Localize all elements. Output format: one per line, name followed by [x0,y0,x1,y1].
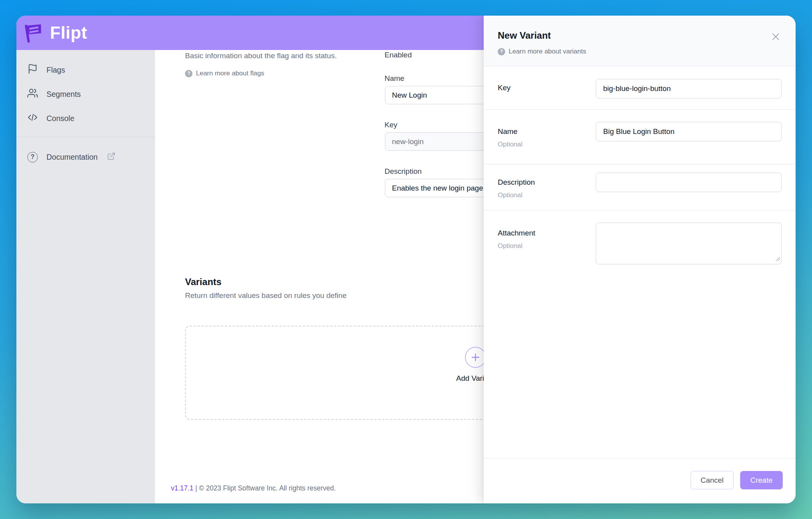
drawer-header: New Variant ? Learn more about variants [484,16,796,66]
variant-attachment-optional: Optional [498,242,522,250]
plus-circle-icon [465,347,486,368]
close-icon[interactable] [769,30,782,43]
variant-description-input[interactable] [596,173,782,192]
brand-name: Flipt [50,20,87,45]
variant-key-input[interactable] [596,79,782,98]
app-footer: v1.17.1 | © 2023 Flipt Software Inc. All… [171,484,336,492]
row-divider [484,164,796,164]
sidebar-item-label: Console [46,114,75,123]
variant-attachment-label: Attachment [498,229,535,237]
row-divider [484,210,796,210]
variant-key-label: Key [498,84,511,92]
flag-description-label: Description [385,167,422,176]
version-text[interactable]: v1.17.1 [171,484,193,492]
sidebar-item-label: Documentation [46,153,98,162]
help-icon: ? [185,70,192,77]
sidebar-item-flags[interactable]: Flags [16,58,155,82]
variant-attachment-field [596,223,782,264]
copyright-text: | © 2023 Flipt Software Inc. All rights … [193,484,336,492]
variant-name-label: Name [498,127,518,136]
variant-name-optional: Optional [498,141,522,148]
flipt-logo[interactable]: Flipt [23,20,87,45]
variant-attachment-textarea[interactable] [596,223,782,264]
external-link-icon [107,152,116,162]
question-circle-icon: ? [27,152,38,162]
app-window: Flipt Flags Segments [16,16,796,503]
sidebar-item-documentation[interactable]: ? Documentation [16,145,155,169]
row-divider [484,109,796,110]
flag-icon [27,64,38,76]
sidebar: Flags Segments Console ? Documentation [16,50,155,503]
sidebar-item-segments[interactable]: Segments [16,82,155,106]
sidebar-divider [16,137,155,137]
learn-more-flags-link[interactable]: ? Learn more about flags [185,70,264,77]
cancel-button[interactable]: Cancel [691,471,734,489]
variant-description-label: Description [498,178,535,187]
variant-name-input[interactable] [596,122,782,141]
learn-more-variants-label: Learn more about variants [509,48,586,55]
sidebar-item-label: Flags [46,66,65,75]
enabled-label: Enabled [385,51,412,59]
create-button[interactable]: Create [740,471,783,489]
flag-name-label: Name [385,74,404,83]
variants-subtitle: Return different values based on rules y… [185,291,347,300]
resize-grip-icon[interactable] [775,256,780,263]
flipt-flag-icon [23,21,46,45]
variants-title: Variants [185,276,221,287]
help-icon: ? [498,48,505,55]
flag-key-label: Key [385,121,397,129]
sidebar-item-console[interactable]: Console [16,106,155,130]
variant-description-optional: Optional [498,191,522,199]
learn-more-variants-link[interactable]: ? Learn more about variants [498,48,586,55]
footer-divider [484,458,796,458]
code-icon [27,112,38,125]
learn-more-flags-label: Learn more about flags [196,70,264,77]
drawer-title: New Variant [498,30,551,41]
sidebar-item-label: Segments [46,90,81,99]
new-variant-drawer: New Variant ? Learn more about variants … [484,16,796,503]
flag-section-description: Basic information about the flag and its… [185,52,337,60]
users-icon [27,88,38,100]
